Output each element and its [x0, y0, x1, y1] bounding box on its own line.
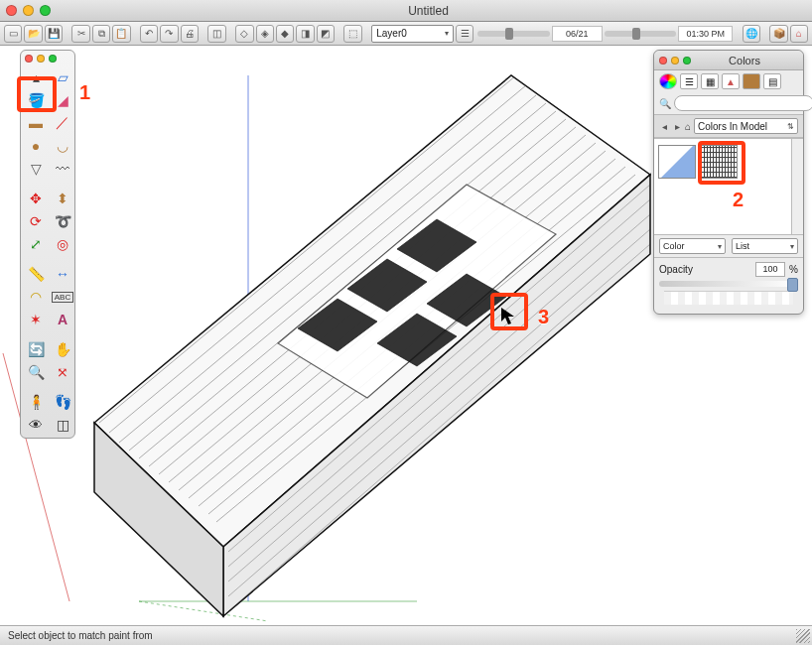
xray-view-button[interactable]: ⬚	[343, 25, 361, 43]
layer-dropdown[interactable]: Layer0 ▾	[371, 25, 454, 43]
nav-back-icon[interactable]: ◂	[659, 121, 669, 132]
color-wheel-icon[interactable]	[659, 73, 677, 89]
svg-line-31	[228, 229, 650, 596]
eraser-tool[interactable]: ◢	[50, 89, 75, 111]
protractor-tool[interactable]: ◠	[23, 286, 49, 308]
crayons-icon[interactable]: ▲	[722, 73, 740, 89]
paint-bucket-tool[interactable]: 🪣	[23, 89, 49, 111]
color-search-input[interactable]	[674, 95, 812, 111]
color-library-label: Colors In Model	[698, 121, 767, 132]
shadow-time-slider[interactable]	[477, 31, 550, 37]
cut-button[interactable]: ✂	[71, 25, 89, 43]
make-component-button[interactable]: ◫	[207, 25, 225, 43]
redo-button[interactable]: ↷	[160, 25, 178, 43]
shadow-date[interactable]: 06/21	[552, 26, 603, 42]
share-model-button[interactable]: 📦	[769, 25, 787, 43]
svg-line-20	[216, 175, 635, 522]
pushpull-tool[interactable]: ⬍	[50, 188, 75, 209]
texture-material-swatch[interactable]	[700, 145, 738, 179]
followme-tool[interactable]: ➰	[50, 210, 75, 232]
vertical-scrollbar[interactable]	[791, 139, 803, 234]
window-traffic-lights[interactable]	[6, 5, 51, 16]
new-file-button[interactable]: ▭	[4, 25, 22, 43]
colors-panel-titlebar[interactable]: Colors	[654, 51, 803, 70]
copy-button[interactable]: ⧉	[92, 25, 110, 43]
zoom-extents-tool[interactable]: ⤧	[50, 361, 75, 383]
zoom-icon[interactable]	[683, 57, 691, 64]
close-icon[interactable]	[659, 57, 667, 64]
print-button[interactable]: 🖨	[181, 25, 199, 43]
walk-tool[interactable]: 👣	[50, 391, 75, 413]
dropdown-arrow-icon: ⇅	[787, 122, 794, 131]
wireframe-view-button[interactable]: ◇	[235, 25, 253, 43]
geolocation-button[interactable]: ⌂	[790, 25, 808, 43]
list-mode-dropdown[interactable]: List▾	[732, 238, 798, 254]
select-tool[interactable]: ▴	[23, 66, 49, 88]
axes-tool[interactable]: ✶	[23, 309, 49, 330]
color-sliders-icon[interactable]: ☰	[680, 73, 698, 89]
move-tool[interactable]: ✥	[23, 188, 49, 209]
d3text-tool[interactable]: A	[50, 309, 75, 330]
home-icon[interactable]: ⌂	[685, 121, 691, 132]
text-tool[interactable]: ABC	[50, 286, 75, 308]
shadow-time[interactable]: 01:30 PM	[678, 26, 733, 42]
polygon-tool[interactable]: ▽	[23, 158, 49, 180]
minimize-icon[interactable]	[671, 57, 679, 64]
look-around-tool[interactable]: 👁	[23, 414, 49, 436]
color-well-row[interactable]	[664, 291, 793, 305]
zoom-window-icon[interactable]	[40, 5, 51, 16]
close-icon[interactable]	[25, 55, 33, 63]
get-models-button[interactable]: 🌐	[743, 25, 760, 43]
offset-tool[interactable]: ◎	[50, 233, 75, 255]
opacity-label: Opacity	[659, 264, 751, 275]
nav-fwd-icon[interactable]: ▸	[672, 121, 682, 132]
line-tool[interactable]: ／	[50, 112, 75, 134]
undo-button[interactable]: ↶	[140, 25, 158, 43]
opacity-value-input[interactable]: 100	[755, 262, 785, 277]
color-filter-dropdown[interactable]: Color▾	[659, 238, 726, 254]
resize-handle-icon[interactable]	[796, 629, 810, 643]
monochrome-view-button[interactable]: ◩	[317, 25, 335, 43]
status-message: Select object to match paint from	[8, 630, 153, 641]
freehand-tool[interactable]: 〰	[50, 158, 75, 180]
rotate-tool[interactable]: ⟳	[23, 210, 49, 232]
swatch-area[interactable]	[654, 138, 803, 235]
palette-traffic-lights[interactable]	[21, 53, 74, 64]
tool-palette[interactable]: ▴ ▱ 🪣 ◢ ▬ ／ ● ◡ ▽ 〰 ✥ ⬍ ⟳ ➰ ⤢ ◎ 📏 ↔ ◠ AB…	[20, 50, 75, 439]
shaded-textures-view-button[interactable]: ◨	[296, 25, 314, 43]
open-file-button[interactable]: 📂	[24, 25, 42, 43]
component-tool[interactable]: ▱	[50, 66, 75, 88]
arc-tool[interactable]: ◡	[50, 135, 75, 157]
opacity-slider[interactable]	[659, 281, 798, 287]
annotation-box-3	[490, 293, 528, 330]
svg-line-13	[149, 119, 566, 466]
minimize-icon[interactable]	[37, 55, 45, 63]
dimension-tool[interactable]: ↔	[50, 263, 75, 285]
circle-tool[interactable]: ●	[23, 135, 49, 157]
position-camera-tool[interactable]: 🧍	[23, 391, 49, 413]
rectangle-tool[interactable]: ▬	[23, 112, 49, 134]
svg-line-32	[228, 244, 650, 611]
textures-icon[interactable]	[743, 73, 760, 89]
layer-manager-button[interactable]: ☰	[456, 25, 474, 43]
pan-tool[interactable]: ✋	[50, 338, 75, 360]
paste-button[interactable]: 📋	[112, 25, 130, 43]
colors-panel[interactable]: Colors ☰ ▦ ▲ ▤ 🔍 ◂ ▸ ⌂ Colors In Model ⇅…	[653, 50, 804, 315]
save-file-button[interactable]: 💾	[45, 25, 63, 43]
color-library-dropdown[interactable]: Colors In Model ⇅	[694, 118, 798, 134]
tape-tool[interactable]: 📏	[23, 263, 49, 285]
svg-marker-26	[377, 314, 457, 366]
custom-palette-icon[interactable]: ▤	[763, 73, 781, 89]
hidden-line-view-button[interactable]: ◈	[256, 25, 274, 43]
shaded-view-button[interactable]: ◆	[276, 25, 294, 43]
close-window-icon[interactable]	[6, 5, 17, 16]
image-palettes-icon[interactable]: ▦	[701, 73, 719, 89]
default-material-swatch[interactable]	[658, 145, 696, 179]
scale-tool[interactable]: ⤢	[23, 233, 49, 255]
orbit-tool[interactable]: 🔄	[23, 338, 49, 360]
section-plane-tool[interactable]: ◫	[50, 414, 75, 436]
zoom-tool[interactable]: 🔍	[23, 361, 49, 383]
shadow-date-slider[interactable]	[605, 31, 677, 37]
minimize-window-icon[interactable]	[23, 5, 34, 16]
zoom-icon[interactable]	[49, 55, 57, 63]
